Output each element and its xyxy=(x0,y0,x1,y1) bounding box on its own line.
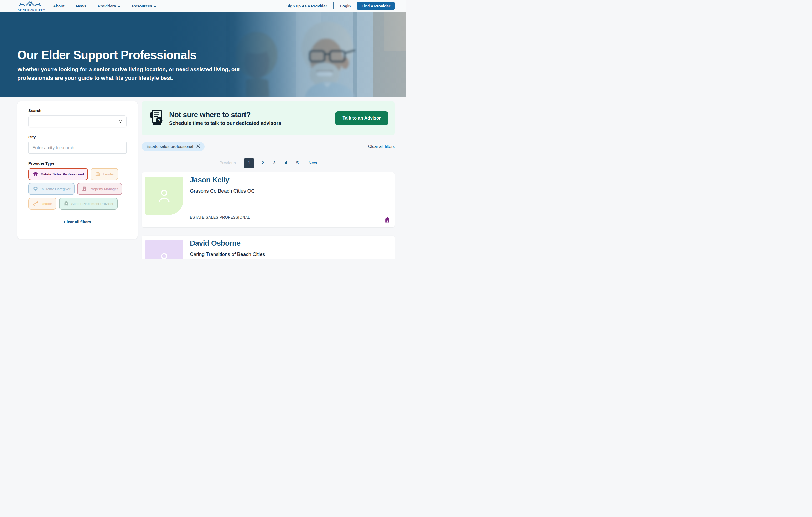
brand-logo[interactable]: SENIORNICITY xyxy=(18,1,42,12)
main-nav: About News Providers Resources xyxy=(53,0,156,11)
provider-name[interactable]: David Osborne xyxy=(190,239,240,248)
nav-news[interactable]: News xyxy=(76,4,86,8)
chip-in-home-caregiver[interactable]: In Home Caregiver xyxy=(28,183,75,195)
provider-card[interactable]: David Osborne Caring Transitions of Beac… xyxy=(142,236,395,258)
filters-panel: Search City Provider Type Estate Sales P… xyxy=(17,102,138,239)
search-icon[interactable] xyxy=(119,119,123,125)
chip-property-manager[interactable]: Property Manager xyxy=(77,183,122,195)
signup-provider-link[interactable]: Sign up As a Provider xyxy=(286,4,327,8)
pagination-page-1[interactable]: 1 xyxy=(244,159,254,168)
chip-senior-placement-provider[interactable]: Senior Placement Provider xyxy=(59,198,118,210)
login-link[interactable]: Login xyxy=(340,4,351,8)
provider-type-label: Provider Type xyxy=(28,161,126,166)
clear-all-filters-link[interactable]: Clear all filters xyxy=(368,144,395,149)
talk-to-advisor-button[interactable]: Talk to an Advisor xyxy=(335,111,388,125)
house-icon xyxy=(33,171,38,178)
provider-name[interactable]: Jason Kelly xyxy=(190,176,229,184)
provider-company: Caring Transitions of Beach Cities xyxy=(190,251,265,257)
hero-section: Our Elder Support Professionals Whether … xyxy=(0,11,406,97)
search-box xyxy=(28,115,126,127)
pagination-page-2[interactable]: 2 xyxy=(260,161,265,166)
key-icon xyxy=(33,200,38,207)
svg-text:?: ? xyxy=(158,118,161,123)
chip-estate-sales-professional[interactable]: Estate Sales Professional xyxy=(28,168,88,180)
chevron-down-icon xyxy=(154,4,156,8)
provider-type-chips: Estate Sales Professional Lender In Home… xyxy=(28,168,126,210)
chevron-down-icon xyxy=(118,4,120,8)
active-filter-row: Estate sales professional Clear all filt… xyxy=(142,141,395,152)
sidebar-clear-filters-link[interactable]: Clear all filters xyxy=(28,220,126,224)
active-filter-chip[interactable]: Estate sales professional xyxy=(142,142,205,151)
page-title: Our Elder Support Professionals xyxy=(17,48,197,62)
city-input[interactable] xyxy=(28,142,126,154)
pagination-previous[interactable]: Previous xyxy=(219,161,236,166)
advisor-banner: ? Not sure where to start? Schedule time… xyxy=(142,102,395,135)
search-input[interactable] xyxy=(29,116,126,127)
house-icon xyxy=(384,216,390,224)
pagination: Previous 1 2 3 4 5 Next xyxy=(142,158,395,168)
avatar xyxy=(145,240,183,258)
find-provider-button[interactable]: Find a Provider xyxy=(357,2,395,10)
city-label: City xyxy=(28,135,126,139)
pagination-page-4[interactable]: 4 xyxy=(283,161,289,166)
advisor-subtitle: Schedule time to talk to our dedicated a… xyxy=(169,120,281,126)
pagination-page-5[interactable]: 5 xyxy=(295,161,300,166)
hero-photo xyxy=(170,11,406,97)
close-icon[interactable] xyxy=(197,144,200,149)
pagination-page-3[interactable]: 3 xyxy=(272,161,277,166)
top-navbar: SENIORNICITY About News Providers Resour… xyxy=(0,0,406,11)
pagination-next[interactable]: Next xyxy=(309,161,317,166)
chip-realtor[interactable]: Realtor xyxy=(28,198,56,210)
nav-resources[interactable]: Resources xyxy=(132,4,157,8)
provider-company: Grasons Co Beach Cities OC xyxy=(190,188,255,194)
building-icon xyxy=(81,186,87,192)
page-subtitle: Whether you're looking for a senior acti… xyxy=(17,65,249,83)
avatar xyxy=(145,176,183,215)
provider-card[interactable]: Jason Kelly Grasons Co Beach Cities OC E… xyxy=(142,172,395,227)
brand-name: SENIORNICITY xyxy=(18,8,42,12)
house-logo-icon xyxy=(19,4,41,8)
nav-about[interactable]: About xyxy=(53,4,64,8)
heart-plus-icon xyxy=(33,186,38,192)
nav-providers[interactable]: Providers xyxy=(98,4,120,8)
bank-icon xyxy=(95,171,100,178)
chip-lender[interactable]: Lender xyxy=(91,168,118,180)
header-actions: Sign up As a Provider Login Find a Provi… xyxy=(286,0,395,11)
advisor-text: Not sure where to start? Schedule time t… xyxy=(169,111,281,126)
house-person-icon xyxy=(63,200,69,207)
provider-category: ESTATE SALES PROFESSIONAL xyxy=(190,215,250,219)
search-label: Search xyxy=(28,108,126,113)
header-divider xyxy=(333,2,334,9)
document-question-icon: ? xyxy=(150,110,163,127)
advisor-title: Not sure where to start? xyxy=(169,111,281,119)
